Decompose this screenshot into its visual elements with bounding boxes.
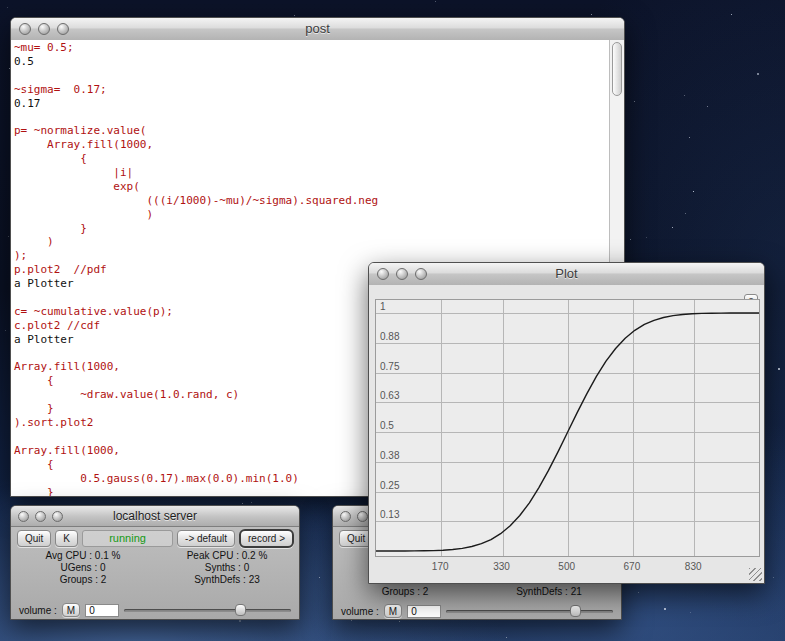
desktop: post ~mu= 0.5;0.5 ~sigma= 0.17;0.17 p= ~…: [0, 0, 785, 641]
star: [672, 227, 673, 228]
server-stat: Groups : 2: [11, 574, 155, 586]
slider-thumb[interactable]: [235, 604, 246, 616]
star: [399, 621, 400, 622]
x-axis-label: 330: [487, 561, 517, 572]
star: [506, 637, 507, 638]
star: [8, 236, 9, 237]
stats-row: Avg CPU : 0.1 % Peak CPU : 0.2 %: [11, 550, 299, 562]
star: [242, 503, 243, 504]
y-axis-label: 0.63: [380, 390, 399, 401]
x-axis-label: 170: [425, 561, 455, 572]
plot-window: Plot ? 10.880.750.630.50.380.250.13 1703…: [368, 262, 765, 584]
star: [634, 101, 635, 102]
star: [684, 95, 685, 96]
post-line: ~sigma= 0.17;: [14, 83, 608, 97]
post-titlebar[interactable]: post: [11, 18, 624, 41]
server1-stats: Avg CPU : 0.1 % Peak CPU : 0.2 % UGens :…: [11, 550, 299, 586]
server-stat: SynthDefs : 21: [477, 586, 621, 598]
y-axis-label: 0.75: [380, 361, 399, 372]
stats-row: Groups : 2 SynthDefs : 21: [333, 586, 621, 598]
volume-slider[interactable]: [446, 604, 613, 618]
star: [773, 577, 774, 578]
post-line: [14, 110, 608, 124]
y-axis-label: 0.5: [380, 420, 394, 431]
y-axis-label: 0.88: [380, 331, 399, 342]
post-line: p= ~normalize.value(: [14, 124, 608, 138]
post-line: (((i/1000)-~mu)/~sigma).squared.neg: [14, 194, 608, 208]
star: [435, 1, 436, 2]
y-axis-label: 0.25: [380, 480, 399, 491]
server1-body: Quit K running -> default record > Avg C…: [11, 526, 299, 619]
server-status: running: [82, 530, 173, 547]
server-window-localhost: localhost server Quit K running -> defau…: [10, 505, 300, 620]
slider-thumb[interactable]: [570, 605, 581, 617]
scrollbar-thumb[interactable]: [612, 42, 622, 96]
x-axis-label: 500: [552, 561, 582, 572]
volume-value[interactable]: 0: [85, 604, 119, 617]
post-line: |i|: [14, 166, 608, 180]
quit-button[interactable]: Quit: [17, 530, 51, 547]
star: [707, 106, 708, 107]
server-stat: UGens : 0: [11, 562, 155, 574]
server-stat: Peak CPU : 0.2 %: [155, 550, 299, 562]
star: [685, 213, 686, 214]
x-axis-label: 830: [678, 561, 708, 572]
x-axis-labels: 170330500670830: [369, 561, 764, 574]
volume-row: volume : M 0: [341, 603, 613, 619]
y-axis-label: 0.13: [380, 509, 399, 520]
default-button[interactable]: -> default: [177, 530, 235, 547]
post-line: exp(: [14, 180, 608, 194]
star: [630, 239, 631, 240]
volume-slider[interactable]: [124, 603, 291, 617]
volume-label: volume :: [19, 605, 57, 616]
star: [731, 14, 732, 15]
star: [591, 14, 592, 15]
post-line: ): [14, 208, 608, 222]
post-line: ): [14, 235, 608, 249]
server-stat: Groups : 2: [333, 586, 477, 598]
volume-row: volume : M 0: [19, 602, 291, 618]
server-stat: Synths : 0: [155, 562, 299, 574]
server2-stats: Groups : 2 SynthDefs : 21: [333, 586, 621, 598]
stats-row: UGens : 0 Synths : 0: [11, 562, 299, 574]
server1-window-title: localhost server: [11, 509, 299, 523]
volume-label: volume :: [341, 606, 379, 617]
server-stat: SynthDefs : 23: [155, 574, 299, 586]
server1-titlebar[interactable]: localhost server: [11, 506, 299, 527]
star: [239, 620, 241, 622]
post-line: Array.fill(1000,: [14, 138, 608, 152]
star: [5, 330, 6, 331]
star: [319, 577, 320, 578]
plot-window-title: Plot: [369, 266, 764, 281]
star: [294, 15, 295, 16]
cdf-curve: [376, 300, 759, 556]
star: [638, 592, 639, 593]
post-window-title: post: [11, 21, 624, 36]
star: [7, 7, 8, 8]
post-line: 0.17: [14, 97, 608, 111]
star: [778, 368, 780, 370]
y-axis-label: 1: [380, 301, 386, 312]
post-line: }: [14, 222, 608, 236]
post-line: [14, 69, 608, 83]
volume-value[interactable]: 0: [407, 605, 441, 618]
mute-button[interactable]: M: [384, 604, 402, 618]
k-button[interactable]: K: [55, 530, 78, 547]
star: [351, 620, 352, 621]
y-axis-label: 0.38: [380, 450, 399, 461]
star: [757, 73, 759, 75]
plot-body: ? 10.880.750.630.50.380.250.13 170330500…: [369, 285, 764, 583]
record-button[interactable]: record >: [239, 529, 294, 548]
post-line: ~mu= 0.5;: [14, 41, 608, 55]
star: [693, 191, 694, 192]
star: [690, 612, 691, 613]
mute-button[interactable]: M: [62, 603, 80, 617]
post-line: 0.5: [14, 55, 608, 69]
resize-grip[interactable]: [749, 568, 762, 581]
x-axis-label: 670: [617, 561, 647, 572]
plot-titlebar[interactable]: Plot: [369, 263, 764, 286]
star: [664, 608, 666, 610]
stats-row: Groups : 2 SynthDefs : 23: [11, 574, 299, 586]
plot-area: 10.880.750.630.50.380.250.13: [375, 299, 760, 557]
star: [251, 502, 252, 503]
